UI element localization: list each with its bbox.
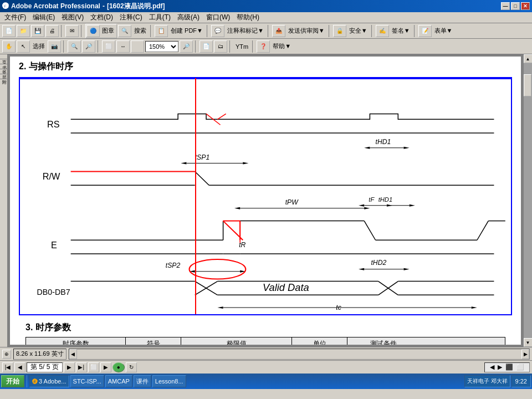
snapshot-btn[interactable]: 📷 (48, 40, 61, 53)
next-page-btn[interactable]: ▶ (64, 362, 75, 372)
clock: 9:22 (511, 375, 531, 387)
svg-marker-64 (217, 306, 223, 309)
status-icon[interactable]: ⊕ (2, 350, 11, 359)
zoom-in-btn[interactable]: 🔎 (82, 40, 95, 53)
help-label[interactable]: 帮助▼ (271, 42, 293, 50)
start-button[interactable]: 开始 (1, 375, 24, 387)
menu-view[interactable]: 视图(V) (58, 12, 87, 23)
scroll-up-btn[interactable]: ▲ (524, 54, 533, 63)
ytm-label[interactable]: YTm (234, 43, 250, 50)
layout-btn2[interactable]: ⬜ (516, 364, 524, 371)
timing-diagram-svg: RS R/W E (20, 78, 511, 314)
stamp-icon[interactable]: 🔵 (86, 25, 100, 37)
svg-marker-34 (243, 162, 248, 165)
prev-nav[interactable]: ◀ (490, 364, 494, 371)
h-scroll-left[interactable]: ◀ (69, 349, 77, 359)
new-btn[interactable]: 📄 (2, 25, 16, 37)
menu-document[interactable]: 文档(D) (87, 12, 116, 23)
scroll-track[interactable] (524, 63, 532, 338)
status-bar: ⊕ 8.26 x 11.69 英寸 ◀ ▶ (0, 347, 532, 360)
menu-comment[interactable]: 注释(C) (116, 12, 146, 23)
bookmarks-tab[interactable]: 书 (0, 59, 7, 64)
play-btn[interactable]: ▶ (100, 362, 111, 372)
help-icon[interactable]: ❓ (257, 40, 270, 53)
save-btn[interactable]: 💾 (31, 25, 44, 37)
stamp-group: 🔵 图章 (85, 24, 117, 38)
zoom-select[interactable]: 150% 100% 75% 50% (145, 41, 178, 52)
comment-label[interactable]: 注释和标记▼ (226, 27, 265, 35)
taskbar: 开始 🅐 3 Adobe... STC-ISP... AMCAP 课件 Less… (0, 374, 532, 389)
minimize-button[interactable]: — (501, 2, 510, 10)
refresh-btn[interactable]: ↻ (126, 362, 137, 372)
sep10 (98, 40, 100, 53)
h-scroll-right[interactable]: ▶ (521, 349, 529, 359)
last-page-btn[interactable]: ▶| (76, 362, 87, 372)
review-btn[interactable]: 📤 (272, 25, 285, 37)
fit-page-btn[interactable]: ⬜ (102, 40, 115, 53)
sep5 (268, 25, 270, 37)
hand-tool[interactable]: ✋ (2, 40, 16, 53)
thumbnail-btn[interactable]: 🗂 (214, 40, 227, 53)
pages-tab[interactable]: 页 (0, 54, 7, 59)
fit-width-btn[interactable]: ↔ (116, 40, 130, 53)
scroll-down-btn[interactable]: ▼ (524, 338, 533, 347)
svg-text:tPW: tPW (285, 198, 299, 206)
page-nav-btn[interactable]: 📄 (200, 40, 213, 53)
security-label[interactable]: 安全▼ (347, 27, 369, 35)
taskbar-item-stc[interactable]: STC-ISP... (70, 375, 104, 387)
first-page-btn[interactable]: |◀ (2, 362, 13, 372)
select-tool[interactable]: ↖ (17, 40, 30, 53)
stop-btn[interactable]: ⬜ (88, 362, 99, 372)
svg-line-13 (364, 221, 375, 241)
scroll-thumb[interactable] (524, 74, 531, 96)
maximize-button[interactable]: □ (511, 2, 520, 10)
zoom-out-btn[interactable]: 🔍 (68, 40, 81, 53)
menu-advanced[interactable]: 高级(A) (174, 12, 203, 23)
create-pdf-label[interactable]: 创建 PDF▼ (169, 27, 204, 35)
svg-text:DB0-DB7: DB0-DB7 (37, 288, 70, 297)
taskbar-item-acrobat[interactable]: 🅐 3 Adobe... (29, 375, 69, 387)
menu-help[interactable]: 帮助(H) (233, 12, 263, 23)
sep1 (61, 25, 63, 37)
attachments-tab[interactable]: 附 (0, 74, 7, 79)
prev-page-btn[interactable]: ◀ (14, 362, 25, 372)
form-btn[interactable]: 📝 (418, 25, 432, 37)
review-label[interactable]: 发送供审阅▼ (287, 27, 326, 35)
layout-btn[interactable]: ⬛ (505, 364, 513, 371)
security-btn[interactable]: 🔒 (333, 25, 346, 37)
menu-window[interactable]: 窗口(W) (203, 12, 233, 23)
sign-label[interactable]: 签名▼ (390, 27, 412, 35)
svg-point-57 (190, 259, 246, 279)
next-nav[interactable]: ▶ (498, 364, 502, 371)
menu-edit[interactable]: 编辑(E) (29, 12, 58, 23)
zoom-combo-wrap[interactable] (131, 40, 144, 53)
open-btn[interactable]: 📁 (17, 25, 30, 37)
sep2 (81, 25, 83, 37)
close-button[interactable]: ✕ (521, 2, 530, 10)
form-label[interactable]: 表单▼ (433, 27, 454, 35)
layers-tab[interactable]: 层 (0, 69, 7, 74)
create-pdf-btn[interactable]: 📋 (155, 25, 168, 37)
svg-text:tHD1: tHD1 (378, 196, 393, 203)
search-btn[interactable]: 🔍 (118, 25, 131, 37)
taskbar-item-amcap[interactable]: AMCAP (105, 375, 132, 387)
menu-file[interactable]: 文件(F) (1, 12, 29, 23)
svg-marker-44 (364, 207, 370, 209)
h-scrollbar[interactable]: ◀ ▶ (69, 349, 530, 360)
signatures-tab[interactable]: 签 (0, 64, 7, 69)
app-title: Adobe Acrobat Professional (11, 2, 100, 10)
menu-tools[interactable]: 工具(T) (146, 12, 174, 23)
print-btn[interactable]: 🖨 (45, 25, 59, 37)
comment-btn[interactable]: 💬 (211, 25, 224, 37)
sign-btn[interactable]: ✍ (376, 25, 389, 37)
svg-text:R/W: R/W (43, 171, 61, 181)
svg-marker-61 (404, 268, 410, 270)
svg-line-4 (195, 171, 209, 185)
zoom-icon[interactable]: 🔎 (180, 40, 193, 53)
doc-title: [1602液晶说明.pdf] (107, 2, 165, 11)
email-btn[interactable]: ✉ (65, 25, 79, 37)
go-btn[interactable]: ● (112, 362, 125, 372)
stamp-label[interactable]: 图章 (100, 27, 116, 35)
taskbar-item-lesson[interactable]: Lesson8... (152, 375, 186, 387)
taskbar-item-courseware[interactable]: 课件 (134, 375, 151, 387)
